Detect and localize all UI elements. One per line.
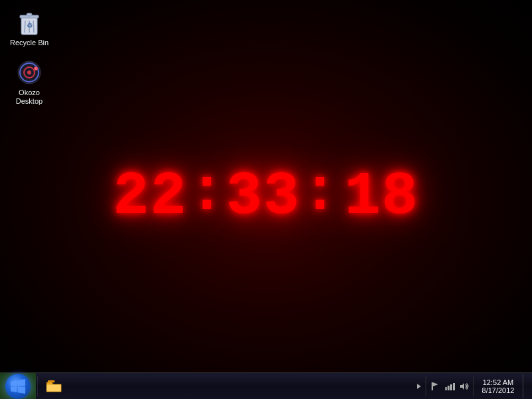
svg-rect-13 (48, 380, 55, 382)
svg-text:♻: ♻ (27, 22, 33, 29)
start-button[interactable] (0, 373, 36, 400)
taskbar-separator-1 (37, 376, 38, 396)
action-center-icon[interactable] (429, 380, 441, 392)
recycle-bin-image: ♻ (16, 9, 43, 36)
show-desktop-button[interactable] (523, 374, 527, 398)
svg-rect-16 (445, 387, 447, 390)
svg-rect-18 (450, 384, 452, 390)
tray-icons-group (426, 376, 473, 396)
tray-date: 8/17/2012 (482, 386, 515, 394)
windows-orb (5, 374, 31, 399)
taskbar: 12:52 AM 8/17/2012 (0, 372, 532, 399)
show-hidden-icons-button[interactable] (414, 376, 424, 396)
system-tray: 12:52 AM 8/17/2012 (414, 374, 532, 398)
svg-point-12 (35, 67, 37, 70)
recycle-bin-label: Recycle Bin (9, 39, 50, 47)
clock-display: 22 : 33 : 18 (113, 167, 419, 227)
okozo-desktop-icon[interactable]: Okozo Desktop (6, 57, 53, 108)
recycle-bin-icon[interactable]: ♻ Recycle Bin (6, 7, 53, 50)
svg-line-3 (33, 21, 34, 33)
svg-rect-19 (453, 383, 455, 390)
network-icon[interactable] (444, 380, 456, 392)
tray-clock[interactable]: 12:52 AM 8/17/2012 (475, 378, 521, 394)
okozo-image (16, 59, 43, 86)
clock-colon1: : (189, 163, 225, 223)
clock-colon2: : (302, 163, 338, 223)
taskbar-explorer-icon[interactable] (42, 374, 66, 398)
svg-rect-17 (448, 386, 450, 390)
svg-line-1 (25, 21, 25, 33)
svg-marker-14 (417, 384, 421, 389)
desktop: ♻ Recycle Bin Okozo Desktop 22 : 33 : 18 (0, 0, 532, 399)
clock-seconds: 18 (344, 167, 419, 227)
volume-icon[interactable] (458, 380, 470, 392)
svg-point-10 (27, 70, 31, 74)
tray-time: 12:52 AM (483, 378, 513, 386)
okozo-label: Okozo Desktop (9, 88, 50, 106)
clock-hours: 22 (113, 167, 188, 227)
svg-rect-5 (27, 13, 32, 16)
clock-minutes: 33 (226, 167, 301, 227)
svg-rect-15 (432, 382, 433, 390)
